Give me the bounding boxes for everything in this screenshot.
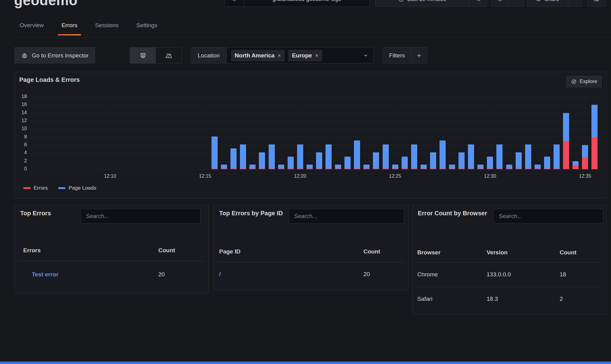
column-header-page-id[interactable]: Page ID bbox=[219, 248, 241, 255]
tab-errors[interactable]: Errors bbox=[60, 18, 79, 35]
top-errors-by-page-search-input[interactable] bbox=[289, 209, 404, 224]
y-tick-label: 18 bbox=[15, 94, 27, 99]
chart-bar-errors bbox=[392, 169, 398, 169]
tab-settings[interactable]: Settings bbox=[135, 18, 159, 35]
share-button[interactable]: Share bbox=[527, 0, 568, 6]
filters-button[interactable]: Filters bbox=[383, 48, 411, 63]
column-header-count[interactable]: Count bbox=[363, 248, 380, 255]
chart-bar-errors bbox=[554, 169, 560, 169]
legend-item-page-loads[interactable]: Page Loads bbox=[58, 185, 96, 191]
share-label: Share bbox=[544, 0, 559, 2]
chart-bar-errors bbox=[516, 169, 522, 169]
time-range-picker[interactable]: Last 30 minutes bbox=[375, 0, 469, 7]
source-toggle: k6 bbox=[130, 47, 182, 64]
chart-bar-errors bbox=[230, 169, 237, 169]
share-icon bbox=[536, 0, 541, 2]
chart-bar-errors bbox=[307, 169, 313, 169]
share-chevron-icon[interactable] bbox=[568, 0, 582, 6]
zoom-out-button[interactable] bbox=[469, 0, 487, 7]
chart-bar-page-loads bbox=[278, 165, 284, 169]
tab-overview[interactable]: Overview bbox=[18, 18, 45, 35]
chart-bar-errors bbox=[582, 157, 588, 169]
errors-inspector-label: Go to Errors inspector bbox=[32, 52, 89, 59]
legend-item-errors[interactable]: Errors bbox=[23, 185, 48, 191]
location-tag-north-america[interactable]: North America × bbox=[231, 50, 285, 61]
x-tick-label: 12:35 bbox=[579, 173, 591, 179]
chart-bar-page-loads bbox=[563, 113, 569, 141]
explore-label: Explore bbox=[580, 78, 597, 85]
top-errors-by-page-panel: Top Errors by Page ID Page ID Count / 20 bbox=[213, 205, 409, 290]
y-tick-label: 12 bbox=[15, 118, 27, 123]
chart-legend: ErrorsPage Loads bbox=[23, 185, 96, 191]
column-header-count[interactable]: Count bbox=[560, 249, 576, 256]
share-button-group[interactable]: Share bbox=[527, 0, 582, 7]
gridline bbox=[29, 161, 601, 162]
chart-bar-page-loads bbox=[496, 144, 502, 169]
toggle-panel-button[interactable] bbox=[587, 0, 605, 7]
chart-bar-errors bbox=[449, 169, 455, 169]
table-row-error-count: 20 bbox=[158, 271, 165, 278]
table-divider bbox=[19, 261, 204, 261]
chart-bar-page-loads bbox=[440, 140, 446, 169]
refresh-icon[interactable] bbox=[492, 0, 508, 6]
gridline bbox=[29, 153, 601, 153]
chart-bar-page-loads bbox=[516, 152, 522, 169]
remove-tag-icon[interactable]: × bbox=[315, 52, 318, 59]
column-header-browser[interactable]: Browser bbox=[417, 249, 440, 256]
chart-bar-page-loads bbox=[383, 144, 389, 169]
location-tag-europe[interactable]: Europe × bbox=[288, 50, 322, 61]
compass-icon bbox=[571, 79, 577, 85]
x-tick-label: 12:10 bbox=[104, 173, 116, 179]
chart-bar-page-loads bbox=[288, 157, 294, 169]
chart-bar-errors bbox=[259, 169, 265, 169]
chart-bar-errors bbox=[563, 141, 569, 169]
location-filter-label[interactable]: Location bbox=[191, 48, 227, 63]
top-errors-search-input[interactable] bbox=[81, 209, 201, 224]
chart-bar-errors bbox=[544, 169, 550, 169]
x-tick-label: 12:20 bbox=[294, 173, 306, 179]
error-count-by-browser-search-input[interactable] bbox=[494, 209, 603, 224]
refresh-interval-chevron-icon[interactable] bbox=[509, 0, 524, 6]
column-header-version[interactable]: Version bbox=[487, 249, 508, 256]
chart-bar-errors bbox=[354, 169, 360, 169]
table-row-error-link[interactable]: Test error bbox=[32, 271, 58, 278]
refresh-button-group[interactable] bbox=[491, 0, 524, 7]
bar-chart[interactable] bbox=[29, 96, 601, 169]
sidebar-layout-icon bbox=[594, 0, 599, 2]
chart-bar-errors bbox=[468, 169, 474, 169]
y-tick-label: 8 bbox=[15, 134, 27, 140]
table-cell-count: 18 bbox=[560, 271, 566, 278]
chart-bar-errors bbox=[326, 169, 332, 169]
chart-bar-errors bbox=[221, 169, 227, 169]
gridline bbox=[29, 97, 601, 97]
table-divider bbox=[218, 262, 404, 262]
chart-bar-page-loads bbox=[307, 165, 313, 169]
go-to-errors-inspector-button[interactable]: Go to Errors inspector bbox=[14, 47, 95, 64]
remove-tag-icon[interactable]: × bbox=[278, 52, 281, 59]
location-dropdown-chevron-icon[interactable] bbox=[358, 48, 373, 63]
tab-sessions[interactable]: Sessions bbox=[94, 18, 120, 35]
explore-button[interactable]: Explore bbox=[566, 76, 602, 87]
k6-source-toggle[interactable]: k6 bbox=[156, 48, 182, 63]
chart-bar-errors bbox=[411, 169, 417, 169]
gridline bbox=[29, 113, 601, 113]
chart-bar-page-loads bbox=[373, 152, 379, 169]
datasource-value[interactable]: grafanacloud-geodemo-logs bbox=[244, 0, 370, 6]
add-filter-button[interactable] bbox=[411, 48, 427, 63]
chart-bar-page-loads bbox=[535, 165, 541, 169]
gridline bbox=[29, 169, 601, 169]
chart-bar-page-loads bbox=[458, 152, 465, 169]
table-cell-browser: Safari bbox=[417, 296, 432, 302]
gridline bbox=[29, 137, 601, 137]
table-row-page-link[interactable]: / bbox=[219, 271, 221, 278]
browser-source-toggle[interactable] bbox=[130, 48, 156, 63]
chart-bar-page-loads bbox=[582, 145, 588, 157]
chart-bar-page-loads bbox=[430, 152, 436, 169]
datasource-picker[interactable]: grafanacloud-geodemo-logs bbox=[224, 0, 370, 7]
bug-icon bbox=[21, 52, 28, 59]
column-header-count[interactable]: Count bbox=[158, 247, 175, 254]
error-count-by-browser-title: Error Count by Browser bbox=[418, 209, 488, 218]
chart-bar-page-loads bbox=[354, 140, 360, 169]
y-tick-label: 10 bbox=[15, 126, 27, 131]
column-header-errors[interactable]: Errors bbox=[23, 247, 41, 254]
